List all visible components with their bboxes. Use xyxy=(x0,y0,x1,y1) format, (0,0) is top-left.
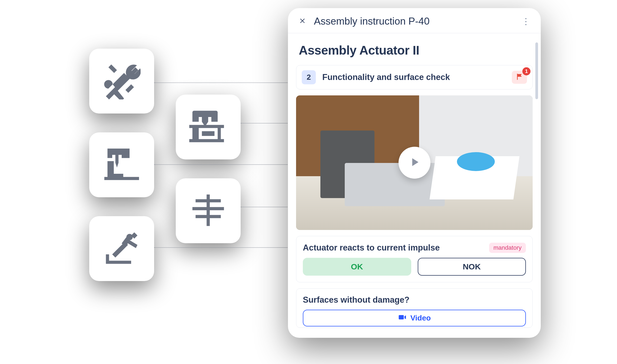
question-block-2: Surfaces without damage? Video xyxy=(296,288,533,328)
page-title: Assembly Actuator II xyxy=(296,40,533,59)
instruction-video[interactable] xyxy=(296,95,533,230)
record-video-button[interactable]: Video xyxy=(303,310,526,326)
category-tile-drill[interactable] xyxy=(89,132,154,197)
step-title: Functionality and surface check xyxy=(322,72,505,82)
category-tile-robot[interactable] xyxy=(89,216,154,281)
close-button[interactable] xyxy=(298,16,308,26)
question-text: Actuator reacts to current impulse xyxy=(303,243,440,253)
instruction-card: Assembly instruction P-40 ⋮ Assembly Act… xyxy=(288,8,541,338)
category-tile-caliper[interactable] xyxy=(176,178,241,243)
icon-cluster xyxy=(73,49,268,324)
answer-nok-button[interactable]: NOK xyxy=(418,258,526,276)
more-menu-button[interactable]: ⋮ xyxy=(521,16,531,26)
cnc-machine-icon xyxy=(189,108,227,146)
card-header: Assembly instruction P-40 ⋮ xyxy=(288,8,541,33)
play-icon xyxy=(408,155,421,170)
step-header[interactable]: 2 Functionality and surface check 1 xyxy=(296,65,533,89)
question-block-1: Actuator reacts to current impulse manda… xyxy=(296,236,533,282)
category-tile-tools[interactable] xyxy=(89,49,154,113)
caliper-icon xyxy=(189,191,227,230)
answer-ok-button[interactable]: OK xyxy=(303,258,411,276)
flag-count-badge: 1 xyxy=(522,67,530,75)
category-tile-cnc[interactable] xyxy=(176,95,241,159)
card-body: Assembly Actuator II 2 Functionality and… xyxy=(288,33,541,338)
kebab-icon: ⋮ xyxy=(522,16,530,26)
play-button[interactable] xyxy=(399,147,430,179)
mandatory-badge: mandatory xyxy=(489,243,526,253)
close-icon xyxy=(299,17,306,26)
drill-press-icon xyxy=(103,145,141,184)
robot-arm-icon xyxy=(103,229,141,268)
flag-icon xyxy=(515,73,523,82)
question-text: Surfaces without damage? xyxy=(303,295,409,305)
step-number: 2 xyxy=(302,70,316,84)
card-title: Assembly instruction P-40 xyxy=(314,16,515,27)
scrollbar[interactable] xyxy=(535,42,538,99)
video-camera-icon xyxy=(398,313,407,323)
video-button-label: Video xyxy=(410,314,431,322)
tools-icon xyxy=(103,62,141,101)
flag-indicator[interactable]: 1 xyxy=(512,71,527,84)
